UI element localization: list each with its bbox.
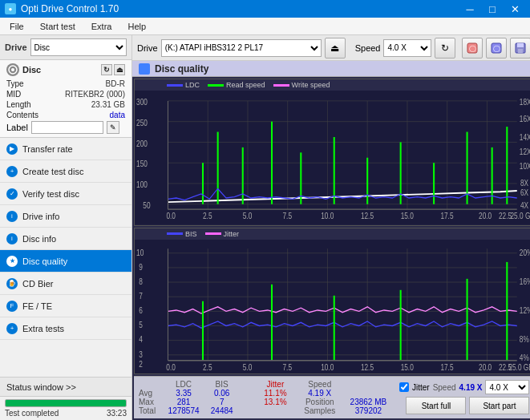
eject-toolbar-btn[interactable]: ⏏ [325,38,346,59]
label-input[interactable] [31,121,103,134]
sidebar-item-cd-bier[interactable]: 🍺 CD Bier [0,273,131,295]
minimize-button[interactable]: ─ [459,2,480,16]
start-part-button[interactable]: Start part [469,397,529,414]
svg-text:200: 200 [136,139,148,148]
disc-quality-header: Disc quality [132,61,530,77]
status-window-button[interactable]: Status window >> [0,378,131,397]
jitter-checkbox[interactable] [399,382,409,392]
disc-quality-header-icon [139,63,150,75]
svg-text:9: 9 [139,261,143,271]
maximize-button[interactable]: □ [482,2,503,16]
max-jitter: 13.1% [255,398,295,406]
menu-help[interactable]: Help [121,20,152,33]
progress-bar-area: Test completed 33:23 [0,397,131,420]
disc-quality-container: Disc quality LDC Read speed [132,61,530,420]
sidebar-item-transfer-rate[interactable]: ▶ Transfer rate [0,138,131,160]
avg-speed: 4.19 X [296,389,344,398]
start-full-button[interactable]: Start full [406,397,466,414]
svg-rect-8 [518,49,523,53]
svg-text:10.0: 10.0 [321,362,334,372]
stats-total-row: Total 1278574 24484 Samples 379202 [139,406,393,415]
disc-quality-icon: ★ [6,256,18,267]
svg-text:18X: 18X [520,98,530,107]
title-bar: ● Opti Drive Control 1.70 ─ □ ✕ [0,0,530,18]
chart1-container: LDC Read speed Write speed [134,79,530,226]
svg-text:5.0: 5.0 [243,362,253,372]
sidebar-item-fe-te[interactable]: F FE / TE [0,295,131,317]
drive-bar: Drive Disc [0,35,131,60]
disc-refresh-btn[interactable]: ↻ [101,64,112,75]
progress-bar-inner [6,400,126,406]
stats-avg-row: Avg 3.35 0.06 11.1% 4.19 X [139,389,393,398]
max-ldc: 281 [163,398,204,406]
nav-label-disc-info: Disc info [22,234,56,244]
svg-text:7.5: 7.5 [282,362,292,372]
sidebar-item-extra-tests[interactable]: + Extra tests [0,317,131,340]
nav-label-extra-tests: Extra tests [22,324,64,333]
total-ldc: 1278574 [163,406,204,415]
toolbar-btn2[interactable]: ◯ [486,38,507,59]
menu-start-test[interactable]: Start test [34,20,82,33]
svg-text:8: 8 [139,276,143,285]
sidebar-item-drive-info[interactable]: i Drive info [0,205,131,228]
drive-select[interactable]: Disc [30,38,127,56]
close-button[interactable]: ✕ [504,2,525,16]
svg-text:5.0: 5.0 [243,212,253,220]
position-val: 23862 MB [344,398,393,406]
drive-info-icon: i [6,211,18,222]
svg-text:5: 5 [139,320,143,329]
speed-toolbar-select[interactable]: 4.0 X [383,39,431,57]
menu-file[interactable]: File [3,20,30,33]
disc-panel-icon [6,63,19,76]
toolbar-btn1[interactable]: ◯ [462,38,483,59]
svg-text:2.5: 2.5 [203,212,212,220]
disc-eject-btn[interactable]: ⏏ [114,64,125,75]
speed-refresh-btn[interactable]: ↻ [435,38,455,59]
sidebar-item-disc-quality[interactable]: ★ Disc quality [0,250,131,273]
toolbar-row: Drive (K:) ATAPI iHBS312 2 PL17 ⏏ Speed … [132,35,530,61]
length-value: 23.31 GB [91,100,125,109]
svg-text:10X: 10X [520,162,530,171]
start-buttons: Start full Start part [406,397,529,414]
total-label: Total [139,406,163,415]
nav-label-verify-test: Verify test disc [22,189,79,199]
speed-quality-select[interactable]: 4.0 X [485,380,529,394]
sidebar-item-create-test-disc[interactable]: + Create test disc [0,160,131,183]
status-text: Test completed [5,409,59,418]
chart1-svg: 300 250 200 150 100 50 18X 16X 14X 12X 1… [135,91,530,225]
svg-text:17.5: 17.5 [440,212,453,220]
svg-rect-9 [135,91,530,225]
nav-label-create-test: Create test disc [22,167,83,176]
type-value: BD-R [106,79,125,88]
transfer-rate-icon: ▶ [6,143,18,155]
progress-bar-outer [5,399,127,407]
sidebar-item-verify-test-disc[interactable]: ✓ Verify test disc [0,183,131,205]
drive-label: Drive [5,42,27,52]
disc-panel: Disc ↻ ⏏ Type BD-R MID RITEKBR2 (000) Le… [0,60,131,138]
toolbar-save-btn[interactable] [510,38,530,59]
speed-avg-display: 4.19 X [459,383,483,392]
sidebar-item-disc-info[interactable]: i Disc info [0,228,131,250]
chart1-svg-area: 300 250 200 150 100 50 18X 16X 14X 12X 1… [135,91,530,225]
chart2-svg-area: 10 9 8 7 6 5 4 3 2 20% 16% 12% [135,240,530,374]
avg-label: Avg [139,389,163,398]
svg-text:16%: 16% [520,276,530,285]
create-test-icon: + [6,166,18,177]
avg-jitter: 11.1% [255,389,295,398]
svg-text:50: 50 [143,201,150,210]
jitter-checkbox-label: Jitter [412,383,430,392]
svg-text:10.0: 10.0 [321,212,334,220]
svg-text:250: 250 [136,119,148,127]
svg-text:4: 4 [139,334,143,344]
charts-area: LDC Read speed Write speed [132,77,530,420]
menu-extra[interactable]: Extra [85,20,119,33]
chart1-legend: LDC Read speed Write speed [135,79,530,91]
nav-section: ▶ Transfer rate + Create test disc ✓ Ver… [0,138,131,377]
menu-bar: File Start test Extra Help [0,18,530,35]
svg-text:◯: ◯ [493,45,500,52]
label-edit-btn[interactable]: ✎ [107,121,119,134]
svg-text:12.5: 12.5 [361,212,374,220]
stats-table: LDC BIS Jitter Speed Avg 3. [139,380,393,415]
nav-label-cd-bier: CD Bier [22,279,54,289]
drive-toolbar-select[interactable]: (K:) ATAPI iHBS312 2 PL17 [161,39,322,57]
